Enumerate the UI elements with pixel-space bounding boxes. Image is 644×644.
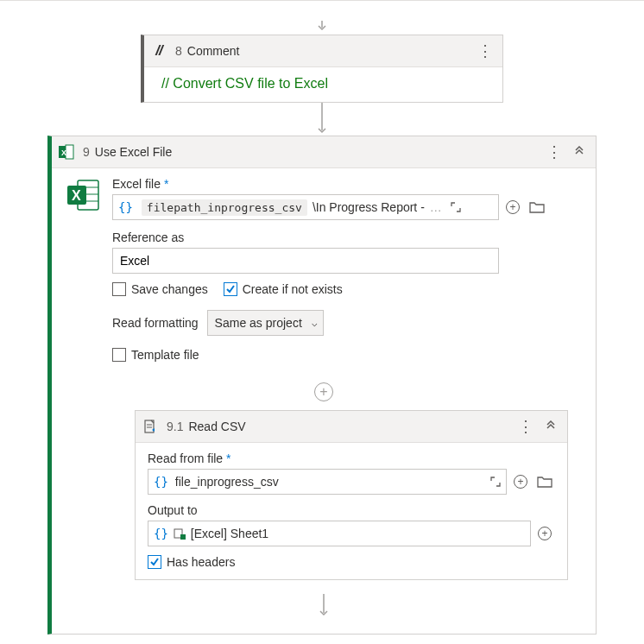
reference-as-label: Reference as [112, 230, 582, 244]
excel-large-icon: X [66, 177, 102, 216]
add-expression-button[interactable]: + [534, 521, 555, 546]
readcsv-icon [142, 419, 158, 434]
step-title: Read CSV [188, 420, 245, 433]
expression-icon: {} [148, 475, 174, 489]
has-headers-checkbox[interactable]: Has headers [148, 555, 235, 569]
more-menu-button[interactable]: ⋮ [475, 41, 496, 61]
excel-file-input[interactable]: {} filepath_inprogress_csv \In Progress … [112, 194, 499, 220]
activity-read-csv[interactable]: 9.1 Read CSV ⋮ Read from file * {} file_… [135, 410, 568, 580]
read-formatting-select[interactable]: Same as project ⌵ [207, 310, 324, 336]
svg-text:X: X [72, 188, 81, 203]
step-number: 9.1 [167, 420, 183, 433]
variable-token[interactable]: filepath_inprogress_csv [142, 199, 307, 216]
activity-comment[interactable]: // 8 Comment ⋮ // Convert CSV file to Ex… [141, 35, 503, 103]
read-from-file-label: Read from file * [148, 451, 555, 465]
sheet-ref-icon [174, 527, 186, 540]
excel-icon: X [59, 144, 74, 160]
comment-icon: // [151, 43, 167, 59]
checkbox-icon [112, 348, 126, 362]
checkbox-icon [224, 282, 237, 296]
flow-arrow-bottom [66, 594, 582, 618]
flow-arrow-top [0, 21, 644, 35]
file-variable: file_inprogress_csv [174, 475, 485, 489]
svg-text:X: X [61, 148, 66, 157]
comment-text: // Convert CSV file to Excel [161, 76, 328, 91]
output-to-input[interactable]: {} [Excel] Sheet1 [148, 521, 531, 546]
browse-folder-button[interactable] [534, 470, 555, 494]
expand-icon[interactable] [485, 470, 506, 494]
step-title: Use Excel File [95, 145, 172, 159]
save-changes-checkbox[interactable]: Save changes [112, 282, 208, 296]
add-activity-button[interactable]: + [314, 382, 333, 401]
more-menu-button[interactable]: ⋮ [544, 142, 565, 162]
add-expression-button[interactable]: + [502, 195, 523, 219]
step-title: Comment [187, 44, 240, 58]
flow-connector [0, 103, 644, 130]
checkbox-icon [112, 282, 126, 296]
chevron-down-icon: ⌵ [312, 318, 318, 329]
checkbox-icon [148, 555, 161, 569]
collapse-button[interactable] [541, 416, 560, 437]
collapse-button[interactable] [570, 142, 589, 162]
reference-as-input[interactable] [112, 248, 499, 274]
create-if-not-exists-checkbox[interactable]: Create if not exists [224, 282, 343, 296]
expand-icon[interactable] [445, 195, 466, 219]
expression-icon: {} [113, 200, 138, 214]
step-number: 8 [175, 44, 182, 58]
read-from-file-input[interactable]: {} file_inprogress_csv [148, 469, 507, 495]
svg-rect-3 [66, 145, 73, 159]
output-to-label: Output to [148, 503, 555, 517]
excel-file-label: Excel file * [112, 177, 582, 191]
step-number: 9 [83, 145, 90, 159]
read-formatting-label: Read formatting [112, 316, 199, 330]
more-menu-button[interactable]: ⋮ [515, 416, 536, 437]
activity-use-excel-file[interactable]: X 9 Use Excel File ⋮ X [47, 136, 597, 635]
path-suffix: \In Progress Report - [311, 200, 426, 214]
svg-rect-15 [180, 534, 186, 540]
ellipsis-icon: … [426, 200, 445, 214]
output-ref: [Excel] Sheet1 [189, 527, 530, 540]
template-file-checkbox[interactable]: Template file [112, 348, 199, 362]
expression-icon: {} [148, 527, 174, 540]
add-expression-button[interactable]: + [510, 470, 531, 494]
browse-folder-button[interactable] [527, 195, 547, 219]
